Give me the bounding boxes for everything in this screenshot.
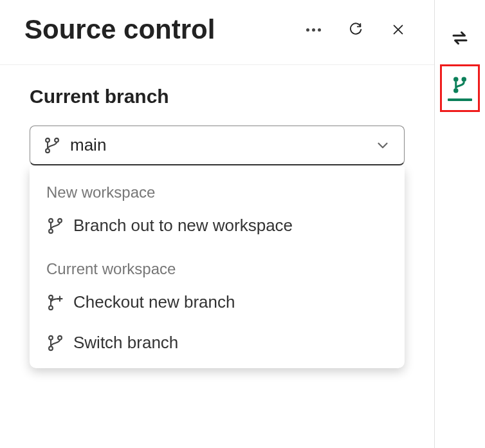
branch-icon <box>46 334 64 352</box>
close-icon <box>391 23 405 37</box>
menu-group-current-workspace: Current workspace <box>30 255 405 282</box>
right-rail <box>435 0 485 448</box>
menu-item-switch-branch[interactable]: Switch branch <box>30 322 405 363</box>
branch-icon <box>46 217 64 235</box>
branch-dropdown-value: main <box>70 135 365 155</box>
svg-point-12 <box>462 77 467 82</box>
svg-point-8 <box>49 335 53 339</box>
header-actions <box>303 19 408 40</box>
more-button[interactable] <box>303 19 324 40</box>
menu-item-label: Switch branch <box>73 333 178 353</box>
refresh-icon <box>349 23 363 37</box>
svg-point-9 <box>49 346 53 350</box>
more-icon <box>306 28 321 32</box>
panel-body: Current branch main New workspace <box>0 65 434 368</box>
menu-item-checkout-new-branch[interactable]: Checkout new branch <box>30 282 405 322</box>
svg-point-6 <box>49 295 53 299</box>
menu-item-branch-out[interactable]: Branch out to new workspace <box>30 205 405 246</box>
svg-point-1 <box>46 149 50 153</box>
source-control-panel: Source control Current branch <box>0 0 435 448</box>
svg-point-11 <box>453 77 459 82</box>
svg-point-3 <box>49 218 53 222</box>
menu-group-new-workspace: New workspace <box>30 178 405 205</box>
source-control-tab[interactable] <box>440 64 480 112</box>
git-branch-icon <box>450 75 470 95</box>
close-button[interactable] <box>388 19 408 40</box>
svg-point-10 <box>58 335 62 339</box>
svg-point-2 <box>55 138 59 142</box>
branch-dropdown[interactable]: main <box>30 126 405 165</box>
refresh-button[interactable] <box>345 19 366 40</box>
sync-icon <box>450 28 470 48</box>
svg-point-13 <box>453 88 459 93</box>
svg-point-5 <box>58 218 62 222</box>
branch-icon <box>43 136 61 154</box>
svg-point-0 <box>46 138 50 142</box>
branch-menu: New workspace Branch out to new workspac… <box>30 167 405 368</box>
menu-item-label: Checkout new branch <box>73 292 235 312</box>
current-branch-label: Current branch <box>30 86 405 107</box>
menu-item-label: Branch out to new workspace <box>73 216 293 236</box>
active-tab-indicator <box>448 98 472 101</box>
svg-point-7 <box>49 306 53 310</box>
sync-button[interactable] <box>446 24 473 51</box>
panel-title: Source control <box>24 14 215 45</box>
svg-point-4 <box>49 229 53 233</box>
chevron-down-icon <box>374 137 391 154</box>
branch-plus-icon <box>46 294 64 312</box>
panel-header: Source control <box>0 0 434 65</box>
